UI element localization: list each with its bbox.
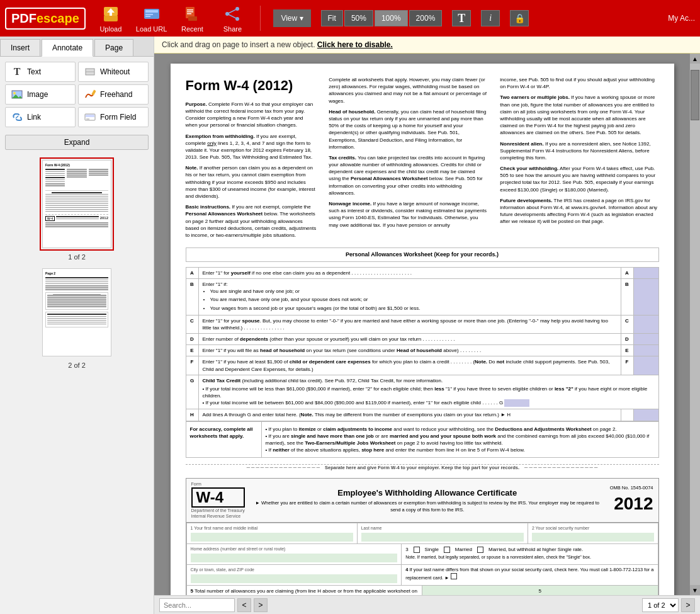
left-panel: Insert Annotate Page T Text Whiteout — [0, 37, 154, 614]
freehand-tool-label: Freehand — [100, 90, 132, 99]
freehand-tool-icon — [84, 88, 96, 101]
field-ssn: 2 Your social security number — [528, 523, 658, 543]
svg-rect-9 — [188, 16, 197, 21]
form-field-tool-icon — [84, 111, 96, 123]
upload-button[interactable]: Upload — [96, 4, 126, 33]
image-tool-button[interactable]: Image — [5, 84, 76, 105]
head-of-household-section: Head of household. Generally, you can cl… — [329, 108, 487, 151]
thumb-frame-1[interactable]: Form W-4 (2012) — [40, 157, 114, 251]
search-input[interactable] — [159, 598, 235, 612]
recent-label: Recent — [181, 25, 203, 33]
app-logo: PDFescape — [5, 8, 86, 30]
share-label: Share — [223, 25, 242, 33]
logo-pdf: PDF — [11, 11, 37, 25]
thumbnails-panel: Form W-4 (2012) — [0, 152, 154, 614]
link-tool-label: Link — [27, 113, 41, 122]
svg-rect-7 — [145, 16, 150, 17]
note-section: Note. If another person can claim you as… — [186, 164, 317, 200]
recent-button[interactable]: Recent — [177, 4, 207, 33]
whiteout-tool-button[interactable]: Whiteout — [78, 62, 149, 82]
content-area: Click and drag on page to insert a new o… — [154, 37, 700, 614]
thumb-label-1: 1 of 2 — [68, 253, 86, 261]
load-url-label: Load URL — [136, 25, 167, 33]
field-city: City or town, state, and ZIP code — [187, 565, 402, 585]
notify-disable-link[interactable]: Click here to disable. — [317, 40, 393, 49]
field-allowances: 5 Total number of allowances you are cla… — [187, 586, 423, 595]
link-tool-icon — [11, 111, 23, 123]
w4-badge: W-4 — [191, 487, 245, 508]
cert-title: Employee's Withholding Allowance Certifi… — [250, 487, 605, 499]
zoom-100-button[interactable]: 100% — [375, 10, 408, 26]
thumb-image-2: Page 2 — [42, 268, 111, 356]
freehand-tool-button[interactable]: Freehand — [78, 84, 149, 105]
fit-button[interactable]: Fit — [321, 10, 343, 26]
whiteout-tool-label: Whiteout — [100, 67, 130, 76]
pdf-scroll-container: Form W-4 (2012) Purpose. Complete Form W… — [154, 54, 700, 595]
pdf-viewer[interactable]: Form W-4 (2012) Purpose. Complete Form W… — [154, 54, 690, 595]
link-tool-button[interactable]: Link — [5, 107, 76, 127]
text-tool-label: Text — [27, 67, 41, 76]
expand-button[interactable]: Expand — [5, 135, 149, 150]
page-next-arrow[interactable]: > — [681, 598, 695, 612]
cert-row-name: 1 Your first name and middle initial Las… — [187, 523, 658, 544]
recent-icon — [182, 4, 202, 24]
form-title: Form W-4 (2012) — [186, 76, 317, 96]
tab-page[interactable]: Page — [94, 39, 133, 56]
svg-line-17 — [227, 14, 237, 19]
load-url-button[interactable]: Load URL — [136, 4, 167, 33]
worksheet-row-H: H Add lines A through G and enter total … — [186, 409, 658, 421]
zoom-50-button[interactable]: 50% — [344, 10, 373, 26]
my-account-link[interactable]: My Ac... — [668, 14, 695, 23]
worksheet-row-C: C Enter "1" for your spouse. But, you ma… — [186, 315, 658, 333]
accuracy-note: For accuracy, complete all worksheets th… — [186, 421, 659, 458]
form-field-tool-label: Form Field — [100, 113, 136, 122]
cert-row-city: City or town, state, and ZIP code 4 If y… — [187, 565, 658, 586]
separator-line: ─ ─ ─ ─ ─ ─ ─ ─ ─ ─ ─ ─ ─ ─ ─ ─ Separate… — [186, 464, 659, 472]
nav-next-button[interactable]: > — [254, 598, 268, 612]
nonwage-section: Nonwage income. If you have a large amou… — [329, 200, 487, 229]
scroll-up-arrow[interactable]: ▲ — [690, 54, 700, 64]
svg-point-21 — [13, 92, 16, 94]
worksheet-table: A Enter "1" for yourself if no one else … — [186, 267, 659, 421]
cert-form-fields: 1 Your first name and middle initial Las… — [186, 523, 658, 595]
pdf-page-1: Form W-4 (2012) Purpose. Complete Form W… — [171, 64, 674, 595]
cert-row-allowances: 5 Total number of allowances you are cla… — [187, 586, 658, 595]
svg-rect-23 — [91, 90, 96, 96]
purpose-section: Purpose. Complete Form W-4 so that your … — [186, 101, 317, 129]
upload-label: Upload — [99, 25, 121, 33]
vertical-scrollbar[interactable]: ▲ ▼ — [690, 54, 700, 595]
thumbnail-page-1[interactable]: Form W-4 (2012) — [40, 157, 114, 261]
worksheet-row-G: G Child Tax Credit (including additional… — [186, 375, 658, 409]
svg-rect-10 — [187, 9, 193, 11]
page-select[interactable]: 1 of 2 2 of 2 — [642, 598, 679, 612]
nav-prev-button[interactable]: < — [237, 598, 251, 612]
scroll-track[interactable] — [690, 64, 700, 585]
scroll-thumb[interactable] — [691, 70, 699, 120]
field-last-name: Last name — [358, 523, 528, 543]
form-field-tool-button[interactable]: Form Field — [78, 107, 149, 127]
view-button[interactable]: View ▾ — [273, 9, 310, 27]
scroll-down-arrow[interactable]: ▼ — [690, 585, 700, 595]
lock-button[interactable]: 🔒 — [510, 10, 529, 26]
field-allowances-value: 5 — [422, 586, 658, 595]
text-cursor-button[interactable]: T — [452, 10, 471, 26]
thumbnail-page-2[interactable]: Page 2 — [40, 266, 114, 369]
info-button[interactable]: i — [481, 10, 500, 26]
check-withholding-section: Check your withholding. After your Form … — [500, 165, 658, 193]
field-last-name-differs: 4 If your last name differs from that sh… — [402, 565, 657, 585]
tab-annotate[interactable]: Annotate — [42, 39, 93, 57]
tools-grid: T Text Whiteout — [0, 57, 154, 132]
future-developments-section: Future developments. The IRS has created… — [500, 197, 658, 225]
col2-section: Complete all worksheets that apply. Howe… — [329, 76, 487, 105]
thumb-frame-2[interactable]: Page 2 — [40, 266, 114, 359]
text-tool-button[interactable]: T Text — [5, 62, 76, 82]
share-button[interactable]: Share — [217, 4, 247, 33]
whiteout-tool-icon — [84, 65, 96, 78]
thumb-image-1: Form W-4 (2012) — [42, 160, 111, 248]
toolbar-divider-1 — [260, 6, 261, 31]
worksheet-row-F: F Enter "1" if you have at least $1,900 … — [186, 356, 658, 375]
zoom-group: Fit 50% 100% 200% — [321, 10, 443, 26]
svg-rect-3 — [110, 13, 112, 16]
zoom-200-button[interactable]: 200% — [409, 10, 443, 26]
tab-insert[interactable]: Insert — [0, 39, 40, 56]
